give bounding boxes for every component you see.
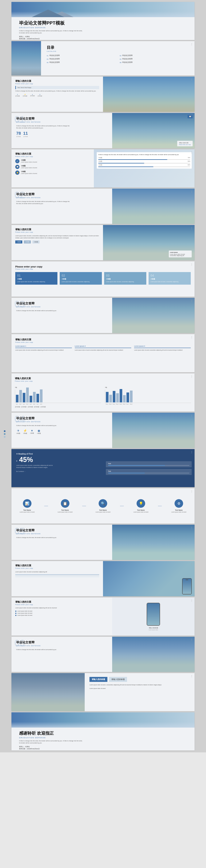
three-dot-5[interactable]: ⋮ — [190, 190, 193, 193]
slide-placeholder-6b: 请输入您的文案 Please enter your copy Lorem ips… — [11, 597, 195, 636]
slide-11-title: 请输入您的文案 — [15, 377, 191, 380]
slide-8-title: Please enter your copy — [15, 265, 191, 268]
catalog-en: CATALOG — [47, 51, 189, 52]
slide-placeholder-3a: 请输入您的文案 Please enter your copy Lorem ips… — [11, 225, 195, 260]
slide-end: 感谢聆听 欢迎指正 GRADUATION DEFENSE I'd like to… — [11, 712, 195, 750]
three-dot-17[interactable]: ⋮ — [190, 638, 193, 641]
section-04-en: GRADUATION DEFENSE — [16, 421, 108, 423]
slide-section-01: 01 毕业论文答辩 GRADUATION DEFENSE I'd like to… — [11, 113, 195, 148]
cover-title-cn: 毕业论文答辩PPT模板 — [19, 20, 187, 26]
slide-5-en: Please enter your copy — [15, 156, 90, 157]
cover-title-en: GRADUATION DEFENSE — [19, 27, 187, 29]
slide-catalog: 目录 CATALOG 01 毕业论文答辩 02 毕业论文答辩 03 毕业论文答辩… — [11, 41, 195, 75]
slide-placeholder-5a: ✈ Heading of First • 45% Lorem ipsum dol… — [11, 449, 195, 487]
slide-placeholder-6a: 请输入您的文案 Please enter your copy Lorem ips… — [11, 561, 195, 596]
end-title-en: GRADUATION DEFENSE — [19, 737, 187, 739]
three-dot-4[interactable]: ⋮ — [190, 151, 193, 154]
slide-placeholder-4a: 请输入您的文案 Please enter your copy Lorem ips… — [11, 334, 195, 372]
slide-10-title: 请输入您的文案 — [15, 338, 191, 341]
section-03-title: 毕业论文答辩 — [16, 302, 108, 306]
three-dot-menu[interactable]: ⋮ — [190, 43, 193, 46]
slide-7-en: Please enter your copy — [15, 231, 99, 233]
slide-section-04: 04 毕业论文答辩 GRADUATION DEFENSE I'd like to… — [11, 413, 195, 448]
section-06-en: GRADUATION DEFENSE — [16, 645, 108, 647]
catalog-item-4: 04 毕业论文答辩 — [120, 58, 189, 60]
three-dot-14[interactable]: ⋮ — [190, 526, 193, 529]
cover-desc: I'd like to change into the wind, the te… — [19, 30, 84, 34]
three-dot-13[interactable]: ⋮ — [190, 490, 193, 493]
section-05-title: 毕业论文答辩 — [16, 528, 108, 532]
section-01-title: 毕业论文答辩 — [16, 117, 108, 121]
cover-date: 答辩日期：20NN年NN月NN日 — [19, 38, 187, 40]
end-author: 答辩人：代用名 — [19, 746, 187, 748]
section-04-title: 毕业论文答辩 — [16, 416, 108, 421]
three-dot-3[interactable]: ⋮ — [190, 115, 193, 118]
cover-author: 答辩人：代用名 — [19, 36, 187, 38]
slide-7-title: 请输入您的文案 — [15, 228, 99, 231]
catalog-item-6: 06 毕业论文答辩 — [120, 61, 189, 64]
slide-3-title: 请输入您的文案 — [15, 80, 99, 83]
slide-3-en: Please enter your copy — [15, 83, 99, 84]
three-dot-7[interactable]: ⋮ — [190, 263, 193, 266]
slide-19-sub: 请输入您的标题 — [111, 678, 125, 681]
dot-2 — [4, 433, 5, 435]
slide-chart: 请输入您的文案 Please enter your copy Y轴 Apr1 A… — [11, 373, 195, 411]
slide-placeholder-2: 请输入您的文案 Please enter your copy 🖊 小标题 Lor… — [11, 149, 195, 187]
slides-container: 毕业论文答辩PPT模板 GRADUATION DEFENSE I'd like … — [0, 0, 206, 752]
slide-placeholder-5b: 📊 Text Name Lorem ipsum dolor sit amet 📋… — [11, 488, 195, 524]
catalog-item-1: 01 毕业论文答辩 — [47, 55, 116, 57]
slide-16-title: 请输入您的文案 — [15, 564, 99, 567]
three-dot-12[interactable]: ⋮ — [190, 451, 193, 454]
dot-3 — [4, 436, 5, 438]
section-01-en: GRADUATION DEFENSE — [16, 121, 108, 123]
three-dot-11[interactable]: ⋮ — [190, 414, 193, 417]
slide-section-03: 03 毕业论文答辩 GRADUATION DEFENSE I'd like to… — [11, 298, 195, 333]
catalog-item-2: 02 毕业论文答辩 — [120, 55, 189, 57]
end-title-cn: 感谢聆听 欢迎指正 — [19, 731, 187, 736]
catalog-item-5: 05 毕业论文答辩 — [47, 61, 116, 64]
end-desc: I'd like to change into the wind, the te… — [19, 740, 84, 744]
section-02-en: GRADUATION DEFENSE — [16, 197, 108, 198]
section-06-title: 毕业论文答辩 — [16, 641, 108, 645]
catalog-item-3: 03 毕业论文答辩 — [47, 58, 116, 60]
section-02-title: 毕业论文答辩 — [16, 192, 108, 196]
section-05-en: GRADUATION DEFENSE — [16, 533, 108, 535]
slide-5-title: 请输入您的文案 — [15, 152, 90, 155]
catalog-title: 目录 — [47, 45, 189, 50]
dot-1 — [4, 430, 5, 432]
three-dot-16[interactable]: ⋮ — [190, 599, 193, 602]
slide-placeholder-7a: 请输入您的标题 请输入您的标题 Lorem ipsum dolor sit am… — [11, 673, 195, 711]
three-dot-2[interactable]: ⋮ — [190, 78, 193, 81]
end-date: 答辩日期：20NN年NN月NN日 — [19, 748, 187, 750]
three-dot-9[interactable]: ⋮ — [190, 336, 193, 339]
three-dot-15[interactable]: ⋮ — [190, 563, 193, 566]
slide-cover: 毕业论文答辩PPT模板 GRADUATION DEFENSE I'd like … — [11, 2, 195, 40]
slide-section-05: 05 毕业论文答辩 GRADUATION DEFENSE I'd like to… — [11, 525, 195, 560]
three-dot-10[interactable]: ⋮ — [190, 375, 193, 378]
three-dot-8[interactable]: ⋮ — [190, 299, 193, 302]
slide-placeholder-3b: Please enter your copy Please enter your… — [11, 261, 195, 297]
slide-17-title: 请输入您的文案 — [15, 600, 108, 603]
slide-section-06: 06 毕业论文答辩 GRADUATION DEFENSE I'd like to… — [11, 637, 195, 672]
slide-section-02: 02 毕业论文答辩 GRADUATION DEFENSE I'd like to… — [11, 189, 195, 224]
three-dot-6[interactable]: ⋮ — [190, 226, 193, 229]
slide-19-title: 请输入您的标题 — [92, 678, 105, 681]
section-03-en: GRADUATION DEFENSE — [16, 306, 108, 308]
three-dot-18[interactable]: ⋮ — [190, 675, 193, 678]
slide-placeholder-1: 请输入您的文案 Please enter your copy Text, Tex… — [11, 76, 195, 112]
